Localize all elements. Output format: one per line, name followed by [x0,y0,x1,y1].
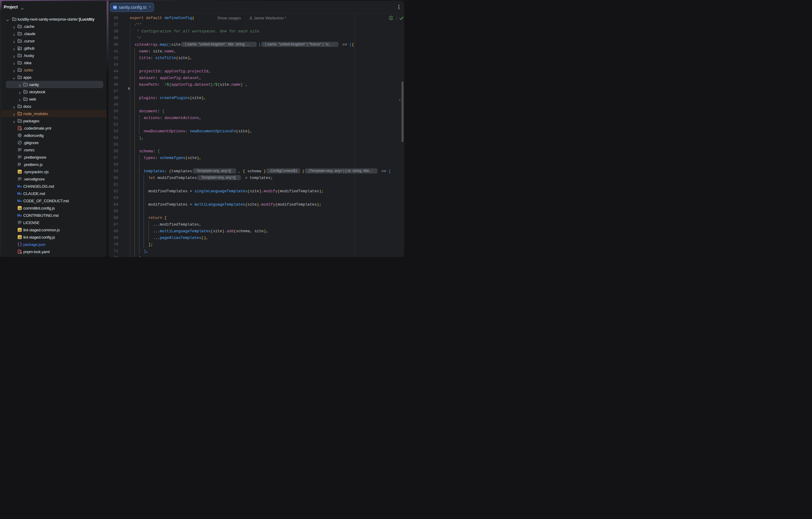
svg-text:Y: Y [20,128,22,130]
svg-text:JS: JS [18,171,21,173]
svg-text:Y: Y [20,252,22,254]
svg-text:M: M [17,184,20,188]
svg-text:M: M [17,192,20,195]
svg-text:JS: JS [18,207,21,210]
svg-text:JS: JS [18,228,21,231]
svg-text:JS: JS [18,236,21,239]
svg-text:M: M [17,213,20,217]
svg-text:M: M [17,199,20,203]
